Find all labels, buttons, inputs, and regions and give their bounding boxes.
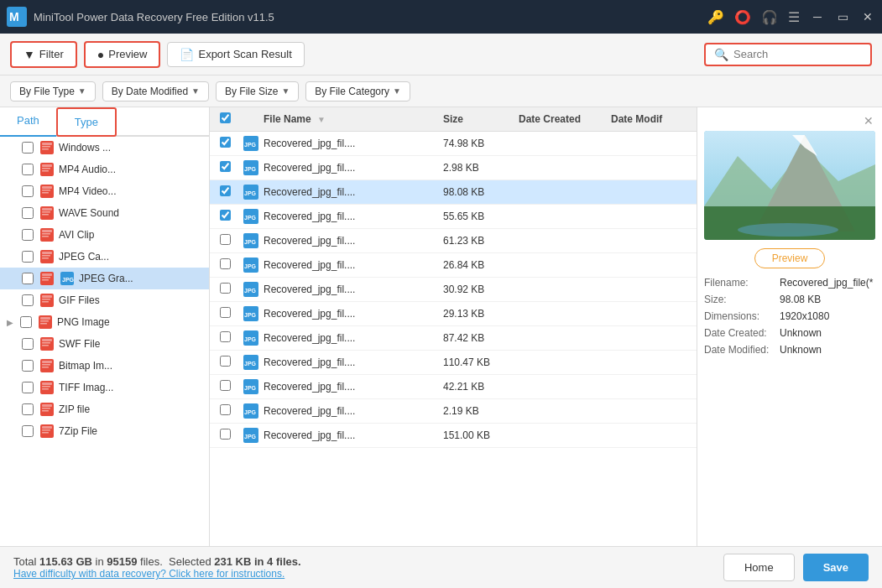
file-type-label: AVI Clip	[59, 229, 202, 241]
filter-by-category[interactable]: By File Category ▼	[305, 81, 410, 101]
file-type-checkbox[interactable]	[22, 229, 34, 241]
row-checkbox[interactable]	[220, 210, 231, 221]
search-input[interactable]	[733, 48, 862, 60]
row-filename: Recovered_jpg_fil....	[264, 429, 443, 441]
save-button[interactable]: Save	[803, 554, 869, 581]
file-type-item[interactable]: WAVE Sound	[0, 202, 209, 224]
date-modified-value: Unknown	[780, 344, 875, 356]
table-row[interactable]: JPG Recovered_jpg_fil.... 74.98 KB	[210, 132, 697, 156]
file-type-checkbox[interactable]	[22, 142, 34, 154]
svg-text:JPG: JPG	[244, 312, 257, 318]
svg-rect-24	[42, 255, 50, 257]
row-checkbox[interactable]	[220, 380, 231, 391]
file-type-item[interactable]: SWF File	[0, 333, 209, 355]
file-type-item[interactable]: ZIP file	[0, 398, 209, 420]
close-preview-button[interactable]: ✕	[864, 114, 874, 127]
table-row[interactable]: JPG Recovered_jpg_fil.... 29.13 KB	[210, 302, 697, 326]
home-button[interactable]: Home	[723, 554, 795, 581]
svg-rect-21	[42, 236, 49, 237]
filter-by-date[interactable]: By Date Modified ▼	[102, 81, 209, 101]
file-type-item[interactable]: ▶ PNG Image	[0, 311, 209, 333]
file-type-checkbox[interactable]	[22, 164, 34, 175]
file-type-item[interactable]: GIF Files	[0, 289, 209, 311]
svg-rect-58	[42, 429, 50, 431]
file-type-checkbox[interactable]	[22, 251, 34, 263]
row-checkbox[interactable]	[220, 283, 231, 294]
search-icon: 🔍	[714, 48, 728, 61]
row-checkbox[interactable]	[220, 404, 231, 415]
table-row[interactable]: JPG Recovered_jpg_fil.... 151.00 KB	[210, 424, 697, 448]
preview-button[interactable]: ● Preview	[84, 41, 161, 68]
table-row[interactable]: JPG Recovered_jpg_fil.... 55.65 KB	[210, 205, 697, 229]
file-icon-blue: JPG	[60, 272, 74, 285]
maximize-button[interactable]: ▭	[835, 9, 850, 24]
tab-type[interactable]: Type	[56, 107, 117, 137]
row-checkbox[interactable]	[220, 429, 231, 440]
file-type-icon	[40, 250, 54, 263]
file-type-checkbox[interactable]	[22, 425, 34, 437]
file-type-item[interactable]: 7Zip File	[0, 420, 209, 442]
preview-label: Preview	[108, 48, 147, 60]
row-checkbox[interactable]	[220, 234, 231, 245]
filter-button[interactable]: ▼ Filter	[10, 41, 77, 68]
table-row[interactable]: JPG Recovered_jpg_fil.... 2.98 KB	[210, 156, 697, 180]
menu-icon[interactable]: ☰	[788, 9, 800, 25]
svg-rect-43	[42, 345, 49, 346]
filter-by-type[interactable]: By File Type ▼	[10, 81, 96, 101]
tab-path[interactable]: Path	[0, 107, 56, 137]
circle-icon[interactable]: ⭕	[734, 9, 751, 25]
row-checkbox[interactable]	[220, 161, 231, 172]
select-all-checkbox[interactable]	[220, 112, 231, 123]
total-files: 95159	[107, 555, 137, 568]
row-checkbox[interactable]	[220, 137, 231, 148]
file-type-item[interactable]: JPEG Ca...	[0, 246, 209, 268]
file-type-item[interactable]: JPG JPEG Gra...	[0, 268, 209, 289]
svg-rect-55	[42, 410, 49, 412]
file-type-checkbox[interactable]	[22, 185, 34, 197]
file-type-checkbox[interactable]	[22, 382, 34, 393]
file-type-item[interactable]: Windows ...	[0, 137, 209, 159]
export-button[interactable]: 📄 Export Scan Result	[167, 42, 304, 67]
file-type-checkbox[interactable]	[22, 207, 34, 219]
table-row[interactable]: JPG Recovered_jpg_fil.... 30.92 KB	[210, 278, 697, 302]
svg-rect-8	[42, 168, 50, 169]
table-row[interactable]: JPG Recovered_jpg_fil.... 26.84 KB	[210, 253, 697, 278]
file-type-checkbox[interactable]	[22, 273, 34, 284]
key-icon[interactable]: 🔑	[707, 9, 724, 25]
file-type-item[interactable]: TIFF Imag...	[0, 377, 209, 398]
svg-rect-5	[42, 148, 49, 150]
file-type-checkbox[interactable]	[22, 360, 34, 372]
search-box[interactable]: 🔍	[704, 43, 872, 66]
file-type-item[interactable]: AVI Clip	[0, 224, 209, 246]
file-type-item[interactable]: MP4 Video...	[0, 180, 209, 202]
close-button[interactable]: ✕	[860, 9, 875, 24]
table-row[interactable]: JPG Recovered_jpg_fil.... 87.42 KB	[210, 326, 697, 351]
svg-text:JPG: JPG	[244, 142, 257, 148]
table-row[interactable]: JPG Recovered_jpg_fil.... 98.08 KB	[210, 180, 697, 205]
filename-label: Filename:	[704, 277, 780, 289]
row-checkbox[interactable]	[220, 356, 231, 367]
table-row[interactable]: JPG Recovered_jpg_fil.... 2.19 KB	[210, 399, 697, 424]
file-type-item[interactable]: MP4 Audio...	[0, 159, 209, 180]
row-checkbox[interactable]	[220, 307, 231, 318]
file-type-checkbox[interactable]	[22, 403, 34, 415]
table-row[interactable]: JPG Recovered_jpg_fil.... 61.23 KB	[210, 229, 697, 253]
preview-action-button[interactable]: Preview	[754, 248, 826, 268]
svg-text:JPG: JPG	[244, 434, 257, 440]
sort-icon[interactable]: ▼	[317, 115, 326, 124]
file-type-checkbox[interactable]	[22, 294, 34, 306]
row-checkbox-col	[220, 185, 243, 199]
file-type-item[interactable]: Bitmap Im...	[0, 355, 209, 377]
row-checkbox[interactable]	[220, 185, 231, 196]
row-checkbox[interactable]	[220, 258, 231, 269]
headphones-icon[interactable]: 🎧	[761, 9, 778, 25]
table-row[interactable]: JPG Recovered_jpg_fil.... 42.21 KB	[210, 375, 697, 399]
file-type-checkbox[interactable]	[22, 338, 34, 350]
row-checkbox[interactable]	[220, 331, 231, 342]
svg-rect-13	[42, 192, 49, 194]
minimize-button[interactable]: ─	[810, 9, 825, 24]
table-row[interactable]: JPG Recovered_jpg_fil.... 110.47 KB	[210, 351, 697, 375]
help-link[interactable]: Have difficulty with data recovery? Clic…	[13, 568, 301, 580]
filter-by-size[interactable]: By File Size ▼	[216, 81, 299, 101]
file-type-checkbox[interactable]	[20, 316, 32, 328]
